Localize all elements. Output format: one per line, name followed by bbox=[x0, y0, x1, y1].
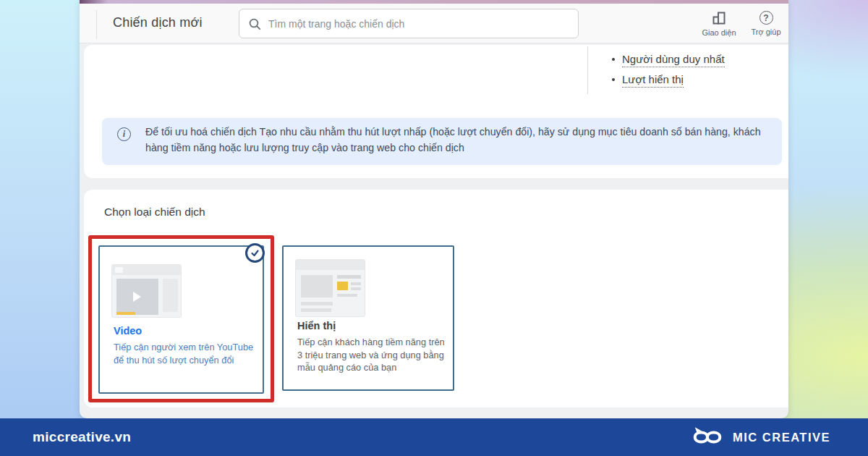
brand-name: MIC CREATIVE bbox=[733, 431, 830, 444]
search-input[interactable] bbox=[268, 18, 569, 30]
campaign-type-panel: Chọn loại chiến dịch Video Tiếp cận ngườ… bbox=[84, 190, 788, 408]
google-ads-screenshot: Chiến dịch mới Giao diện ? Trợ giúp bbox=[80, 0, 788, 418]
info-banner: i Để tối ưu hoá chiến dịch Tạo nhu cầu n… bbox=[102, 118, 782, 165]
search-icon bbox=[248, 17, 261, 30]
appearance-label: Giao diện bbox=[702, 28, 736, 37]
thumb-text-line bbox=[337, 275, 361, 279]
metric-link-impressions[interactable]: Lượt hiển thị bbox=[622, 72, 684, 88]
list-item: Lượt hiển thị bbox=[612, 72, 725, 88]
thumb-text-line bbox=[301, 308, 331, 312]
card-description-display: Tiếp cận khách hàng tiềm năng trên 3 tri… bbox=[297, 336, 448, 374]
thumb-text-line bbox=[351, 287, 361, 290]
thumb-content-block bbox=[301, 275, 333, 297]
appearance-button[interactable]: Giao diện bbox=[696, 11, 742, 37]
play-icon bbox=[133, 292, 141, 302]
card-description-video: Tiếp cận người xem trên YouTube để thu h… bbox=[114, 341, 257, 366]
goal-panel: Người dùng duy nhất Lượt hiển thị i Để t… bbox=[84, 45, 788, 178]
thumb-text-line bbox=[351, 282, 361, 285]
metric-link-unique-users[interactable]: Người dùng duy nhất bbox=[622, 52, 725, 67]
section-heading: Chọn loại chiến dịch bbox=[104, 206, 205, 219]
appearance-icon bbox=[712, 11, 726, 25]
bullet-icon bbox=[612, 58, 615, 61]
app-bar: Chiến dịch mới Giao diện ? Trợ giúp bbox=[80, 4, 788, 43]
thumb-browser-bar bbox=[112, 265, 181, 275]
watermark-bar: miccreative.vn MIC CREATIVE bbox=[0, 418, 868, 456]
thumb-browser-bar bbox=[296, 260, 365, 270]
info-icon: i bbox=[117, 127, 131, 141]
appbar-divider bbox=[96, 10, 97, 39]
help-label: Trợ giúp bbox=[751, 28, 780, 36]
card-title-display: Hiển thị bbox=[297, 320, 336, 332]
selected-check-icon bbox=[245, 243, 265, 263]
list-item: Người dùng duy nhất bbox=[612, 52, 725, 67]
campaign-type-card-video[interactable]: Video Tiếp cận người xem trên YouTube để… bbox=[98, 245, 264, 394]
video-thumbnail bbox=[111, 264, 182, 318]
progress-bar bbox=[116, 312, 135, 315]
infinity-logo-icon bbox=[691, 426, 724, 449]
thumb-ad-block bbox=[337, 282, 348, 290]
thumb-text-line bbox=[301, 302, 333, 305]
campaign-type-card-display[interactable]: Hiển thị Tiếp cận khách hàng tiềm năng t… bbox=[282, 245, 454, 391]
metrics-list: Người dùng duy nhất Lượt hiển thị bbox=[612, 52, 725, 93]
website-url: miccreative.vn bbox=[33, 429, 131, 445]
brand-lockup: MIC CREATIVE bbox=[691, 418, 830, 456]
display-thumbnail bbox=[295, 259, 365, 317]
help-button[interactable]: ? Trợ giúp bbox=[743, 11, 788, 36]
bullet-icon bbox=[612, 78, 615, 81]
thumb-sidebar bbox=[163, 279, 178, 312]
thumb-text-line bbox=[337, 294, 357, 297]
search-box[interactable] bbox=[239, 9, 579, 38]
help-icon: ? bbox=[760, 11, 773, 25]
info-banner-text: Để tối ưu hoá chiến dịch Tạo nhu cầu nhằ… bbox=[145, 124, 782, 156]
panel-vertical-divider bbox=[587, 46, 588, 94]
page-title: Chiến dịch mới bbox=[113, 15, 203, 30]
thumb-video-player bbox=[116, 279, 158, 315]
card-title-video: Video bbox=[114, 325, 142, 337]
